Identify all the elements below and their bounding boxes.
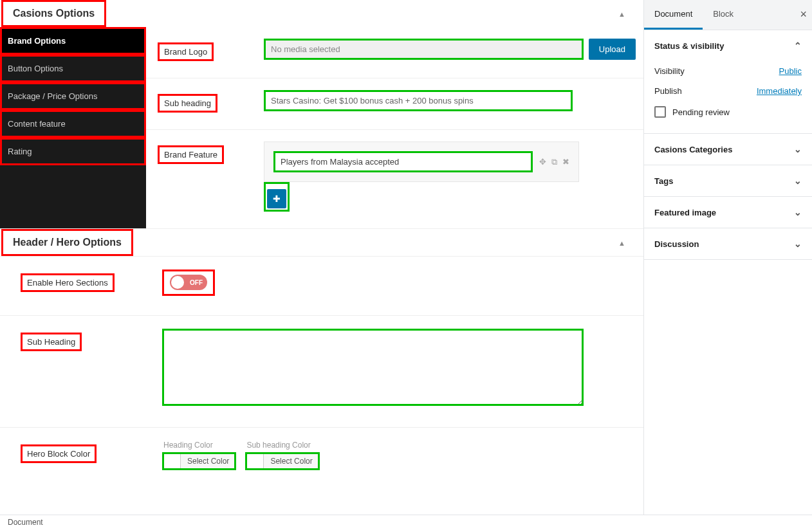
panel-title-text: Casions Options xyxy=(13,8,95,19)
hero-subheading-row: Sub Heading xyxy=(0,316,643,428)
toggle-knob xyxy=(171,276,184,289)
pending-review-label: Pending review xyxy=(672,107,730,117)
chevron-down-icon: ⌄ xyxy=(794,176,802,186)
hero-block-color-row: Hero Block Color Heading Color Select Co… xyxy=(0,428,643,489)
subheading-color-label: Sub heading Color xyxy=(245,441,319,450)
brand-feature-input[interactable] xyxy=(273,151,533,172)
footer-text: Document xyxy=(8,518,43,527)
sidebar-item-button-options[interactable]: Button Options xyxy=(0,55,146,82)
upload-button[interactable]: Upload xyxy=(589,39,636,60)
add-feature-button[interactable]: ✚ xyxy=(267,189,286,208)
brand-logo-label: Brand Logo xyxy=(158,42,214,61)
sidebar-item-content-feature[interactable]: Content feature xyxy=(0,110,146,138)
sidebar-item-package-price[interactable]: Package / Price Options xyxy=(0,82,146,110)
repeater-item: ✥ ⧉ ✖ xyxy=(264,142,579,182)
sub-heading-label: Sub heading xyxy=(158,94,217,113)
toggle-text: OFF xyxy=(190,279,203,286)
sub-heading-row: Sub heading xyxy=(146,78,643,130)
casions-categories-header[interactable]: Casions Categories ⌄ xyxy=(644,134,812,165)
brand-options-fields: Brand Logo No media selected Upload Sub … xyxy=(146,27,643,228)
chevron-down-icon: ⌄ xyxy=(794,207,802,217)
sidebar-item-label: Content feature xyxy=(8,119,66,129)
brand-feature-row: Brand Feature ✥ ⧉ ✖ xyxy=(146,130,643,228)
hero-subheading-textarea[interactable] xyxy=(162,329,584,406)
section-title: Casions Categories xyxy=(654,145,732,154)
move-icon[interactable]: ✥ xyxy=(539,157,546,167)
sub-heading-input[interactable] xyxy=(264,90,573,111)
publish-value[interactable]: Immediately xyxy=(757,86,802,96)
close-icon[interactable]: × xyxy=(800,8,807,21)
casions-options-panel: Casions Options ▲ Brand Options Button O… xyxy=(0,0,643,229)
brand-feature-repeater: ✥ ⧉ ✖ xyxy=(264,142,579,182)
pending-review-checkbox[interactable] xyxy=(654,106,666,118)
heading-color-label: Heading Color xyxy=(162,441,236,450)
header-hero-title: Header / Hero Options xyxy=(1,229,133,256)
tags-header[interactable]: Tags ⌄ xyxy=(644,165,812,196)
featured-image-header[interactable]: Featured image ⌄ xyxy=(644,197,812,228)
sidebar-item-label: Brand Options xyxy=(8,36,66,46)
sidebar-item-label: Rating xyxy=(8,147,32,156)
brand-logo-row: Brand Logo No media selected Upload xyxy=(146,27,643,78)
footer-breadcrumb: Document xyxy=(0,515,812,530)
status-visibility-header[interactable]: Status & visibility ⌃ xyxy=(644,30,812,61)
sidebar-tabs: Document Block × xyxy=(644,0,812,30)
enable-hero-row: Enable Hero Sections OFF xyxy=(0,257,643,316)
plus-icon: ✚ xyxy=(273,194,281,204)
chevron-down-icon: ⌄ xyxy=(794,144,802,154)
subheading-color-picker[interactable]: Select Color xyxy=(245,452,319,470)
select-color-text: Select Color xyxy=(181,453,235,470)
section-title: Status & visibility xyxy=(654,41,724,51)
hero-block-color-label: Hero Block Color xyxy=(21,444,97,463)
color-swatch xyxy=(163,453,181,470)
panel-title-text: Header / Hero Options xyxy=(13,237,122,248)
sidebar-item-label: Package / Price Options xyxy=(8,91,97,101)
brand-feature-label: Brand Feature xyxy=(158,145,224,164)
enable-hero-label: Enable Hero Sections xyxy=(21,273,115,292)
sidebar-fill xyxy=(0,165,146,228)
tab-document[interactable]: Document xyxy=(644,0,703,30)
collapse-icon[interactable]: ▲ xyxy=(618,239,625,247)
casions-options-title: Casions Options xyxy=(1,0,106,27)
select-color-text: Select Color xyxy=(264,453,318,470)
section-title: Discussion xyxy=(654,239,699,249)
heading-color-picker[interactable]: Select Color xyxy=(162,452,236,470)
collapse-icon[interactable]: ▲ xyxy=(618,10,625,18)
delete-icon[interactable]: ✖ xyxy=(562,157,569,167)
visibility-value[interactable]: Public xyxy=(779,66,802,76)
brand-logo-media-box[interactable]: No media selected xyxy=(264,39,584,60)
sidebar-item-brand-options[interactable]: Brand Options xyxy=(0,27,146,55)
copy-icon[interactable]: ⧉ xyxy=(551,157,557,167)
main-editor-area: Casions Options ▲ Brand Options Button O… xyxy=(0,0,643,530)
section-title: Tags xyxy=(654,176,673,186)
sidebar-item-label: Button Options xyxy=(8,64,63,73)
sidebar-item-rating[interactable]: Rating xyxy=(0,138,146,165)
visibility-label: Visibility xyxy=(654,66,685,76)
settings-sidebar: Document Block × Status & visibility ⌃ V… xyxy=(643,0,812,530)
color-swatch xyxy=(246,453,264,470)
chevron-up-icon: ⌃ xyxy=(794,41,802,51)
publish-label: Publish xyxy=(654,86,682,96)
chevron-down-icon: ⌄ xyxy=(794,239,802,249)
brand-options-sidebar: Brand Options Button Options Package / P… xyxy=(0,27,146,228)
status-visibility-section: Status & visibility ⌃ Visibility Public … xyxy=(644,30,812,134)
hero-subheading-label: Sub Heading xyxy=(21,333,82,351)
header-hero-panel: Header / Hero Options ▲ Enable Hero Sect… xyxy=(0,229,643,489)
section-title: Featured image xyxy=(654,208,716,217)
enable-hero-toggle[interactable]: OFF xyxy=(170,275,207,290)
tab-block[interactable]: Block xyxy=(703,0,744,30)
discussion-header[interactable]: Discussion ⌄ xyxy=(644,228,812,259)
